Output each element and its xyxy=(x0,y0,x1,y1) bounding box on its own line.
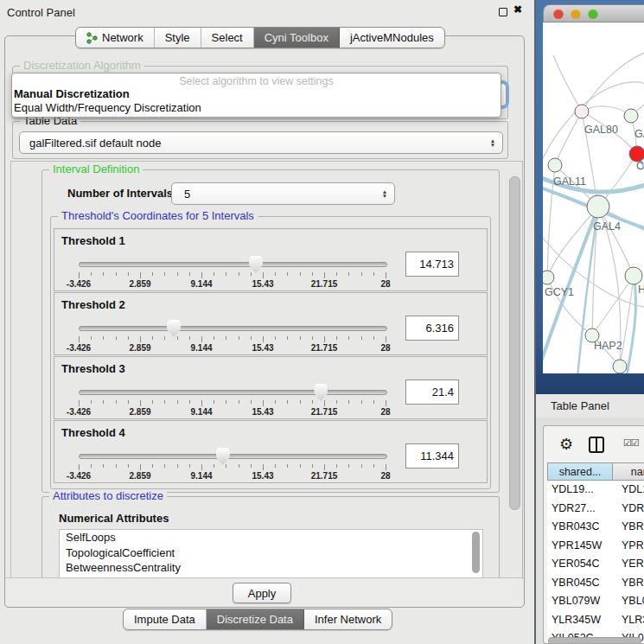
network-node-gal80[interactable] xyxy=(575,105,589,118)
network-node-label: H xyxy=(638,284,644,296)
tab-style[interactable]: Style xyxy=(155,28,201,48)
network-node-label: C xyxy=(636,160,644,172)
slider-tick xyxy=(324,464,325,470)
split-columns-icon[interactable] xyxy=(589,437,604,453)
network-view-canvas[interactable]: GAL80GACGAL11GAL4GCY1HHAP2 xyxy=(543,22,644,373)
slider-tick xyxy=(226,272,226,276)
slider-tick-label: 28 xyxy=(360,279,411,289)
attribute-list-item[interactable]: BetweennessCentrality xyxy=(60,560,482,576)
threshold-value-input[interactable] xyxy=(405,379,459,405)
threshold-slider-thumb[interactable] xyxy=(167,320,181,337)
close-icon[interactable]: ✖ xyxy=(513,3,522,16)
slider-tick xyxy=(201,400,202,406)
apply-button[interactable]: Apply xyxy=(233,583,291,603)
tab-infer-network[interactable]: Infer Network xyxy=(304,609,392,629)
slider-tick xyxy=(103,272,104,276)
tab-cyni-toolbox[interactable]: Cyni Toolbox xyxy=(254,28,340,48)
slider-track[interactable] xyxy=(79,262,387,267)
threshold-value-input[interactable] xyxy=(405,252,459,277)
threshold-value-input[interactable] xyxy=(405,443,459,469)
network-node[interactable] xyxy=(613,360,627,373)
select-columns-checkboxes-icon[interactable]: ☑☑ xyxy=(623,437,639,449)
table-row[interactable]: YBL079WYBL0 xyxy=(547,592,644,611)
popup-item-manual-discretization[interactable]: Manual Discretization xyxy=(12,87,501,101)
slider-tick xyxy=(128,336,129,340)
table-cell: YBR0 xyxy=(617,574,644,593)
slider-tick xyxy=(164,464,165,468)
network-node-ga[interactable] xyxy=(624,109,638,123)
table-row[interactable]: YPR145WYPR1 xyxy=(547,537,644,556)
popup-item-equal-width-frequency-discretization[interactable]: Equal Width/Frequency Discretization xyxy=(12,101,501,115)
slider-tick xyxy=(164,400,165,404)
slider-tick xyxy=(91,336,92,340)
slider-tick-label: 21.715 xyxy=(298,407,350,417)
tab-jactivemnodules[interactable]: jActiveMNodules xyxy=(340,28,444,48)
float-window-icon[interactable] xyxy=(499,8,507,16)
slider-tick xyxy=(300,336,301,340)
vertical-scrollbar-thumb[interactable] xyxy=(509,176,520,510)
table-row[interactable]: YBR045CYBR0 xyxy=(547,574,644,593)
threshold-slider-thumb[interactable] xyxy=(249,256,263,273)
table-row[interactable]: YDL19...YDL1 xyxy=(547,481,644,500)
table-cell: YER054C xyxy=(547,555,617,574)
slider-track[interactable] xyxy=(79,454,387,459)
slider-tick xyxy=(103,336,104,340)
discretization-algorithm-group-title: Discretization Algorithm xyxy=(20,60,144,72)
slider-tick xyxy=(214,272,214,276)
table-column-header-shared[interactable]: shared... xyxy=(547,462,613,481)
table-column-header-name[interactable]: name xyxy=(613,462,644,481)
slider-tick xyxy=(177,336,178,340)
tab-impute-data[interactable]: Impute Data xyxy=(124,609,207,629)
slider-tick-label: -3.426 xyxy=(53,407,105,417)
network-node-label: GAL4 xyxy=(593,220,621,233)
slider-tick xyxy=(251,272,252,276)
attribute-list-item[interactable]: TopologicalCoefficient xyxy=(60,545,482,561)
slider-tick xyxy=(189,400,190,404)
network-node-gal4[interactable] xyxy=(587,195,609,218)
slider-tick xyxy=(275,400,276,404)
network-node-h[interactable] xyxy=(625,267,642,284)
zoom-traffic-light[interactable] xyxy=(588,9,598,19)
threshold-slider-thumb[interactable] xyxy=(314,384,328,401)
table-row[interactable]: YER054CYER0 xyxy=(547,555,644,574)
tab-label: Discretize Data xyxy=(217,613,293,626)
number-of-intervals-combobox[interactable]: 5 ▲▼ xyxy=(171,182,395,205)
slider-tick xyxy=(140,336,141,342)
slider-tick-label: 9.144 xyxy=(175,279,227,289)
threshold-label: Threshold 2 xyxy=(61,298,125,311)
attribute-list-item[interactable]: SelfLoops xyxy=(60,530,482,545)
slider-tick xyxy=(324,400,325,406)
network-node-gal11[interactable] xyxy=(548,158,562,172)
tab-network[interactable]: Network xyxy=(76,28,155,48)
slider-tick-label: 2.859 xyxy=(114,279,166,289)
table-panel-title: Table Panel xyxy=(551,399,609,412)
slider-tick xyxy=(116,400,117,404)
slider-tick xyxy=(275,272,276,276)
tab-discretize-data[interactable]: Discretize Data xyxy=(207,609,304,629)
node-table-card: ⚙ ☑☑ shared...name YDL19...YDL1YDR27...Y… xyxy=(543,425,644,644)
table-row[interactable]: YLR345WYLR3 xyxy=(547,611,644,630)
slider-tick xyxy=(116,336,117,340)
network-graph: GAL80GACGAL11GAL4GCY1HHAP2 xyxy=(543,22,644,373)
slider-tick-label: 9.144 xyxy=(175,471,227,481)
slider-tick xyxy=(79,400,80,406)
minimize-traffic-light[interactable] xyxy=(571,9,581,19)
slider-tick-label: 21.715 xyxy=(298,279,350,289)
slider-track[interactable] xyxy=(79,326,387,331)
slider-tick-label: 9.144 xyxy=(175,407,227,417)
close-traffic-light[interactable] xyxy=(553,9,564,19)
threshold-value-input[interactable] xyxy=(405,316,459,341)
slider-tick xyxy=(189,464,190,468)
tab-select[interactable]: Select xyxy=(201,28,254,48)
settings-gear-icon[interactable]: ⚙ xyxy=(559,435,573,454)
network-node-gcy1[interactable] xyxy=(543,271,554,284)
threshold-slider-thumb[interactable] xyxy=(216,448,230,465)
numerical-attributes-list: SelfLoopsTopologicalCoefficientBetweenne… xyxy=(59,529,483,578)
table-row[interactable]: YBR043CYBR0 xyxy=(547,518,644,537)
slider-track[interactable] xyxy=(79,390,387,395)
attributes-list-scrollbar-thumb[interactable] xyxy=(472,532,480,573)
table-data-combobox[interactable]: galFiltered.sif default node ▲▼ xyxy=(19,131,503,154)
slider-tick xyxy=(348,336,349,340)
table-row[interactable]: YDR27...YDR2 xyxy=(547,500,644,519)
table-horizontal-scrollbar-thumb[interactable] xyxy=(548,637,641,644)
